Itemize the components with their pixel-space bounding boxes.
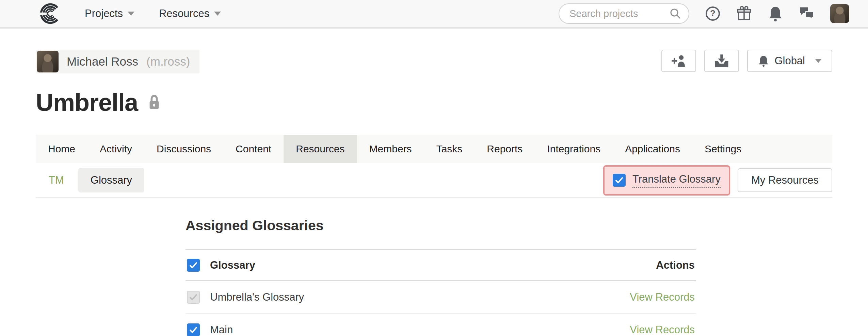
section-title: Assigned Glossaries: [186, 218, 696, 234]
table-row: Main View Records: [186, 314, 696, 336]
row-checkbox[interactable]: [187, 323, 200, 336]
tab-settings[interactable]: Settings: [692, 135, 754, 163]
page-title: Umbrella: [36, 88, 138, 116]
tab-tasks[interactable]: Tasks: [424, 135, 475, 163]
projects-menu-label: Projects: [85, 7, 123, 20]
tab-integrations[interactable]: Integrations: [535, 135, 613, 163]
table-row: Umbrella's Glossary View Records: [186, 281, 696, 314]
translate-glossary-label[interactable]: Translate Glossary: [632, 173, 721, 188]
translate-glossary-checkbox[interactable]: [613, 174, 626, 187]
resources-menu-label: Resources: [159, 7, 209, 20]
app-logo-icon[interactable]: [36, 3, 65, 24]
add-user-button[interactable]: [661, 50, 696, 72]
resources-menu[interactable]: Resources: [159, 7, 221, 20]
project-tabbar: Home Activity Discussions Content Resour…: [36, 135, 832, 163]
add-user-icon: [671, 53, 687, 68]
tab-discussions[interactable]: Discussions: [144, 135, 223, 163]
search-box[interactable]: [559, 3, 689, 24]
page-container: Michael Ross (m.ross): [0, 50, 868, 336]
view-records-link[interactable]: View Records: [630, 291, 695, 303]
select-all-checkbox[interactable]: [187, 259, 200, 272]
top-navbar: Projects Resources ?: [0, 0, 868, 29]
gift-icon[interactable]: [736, 6, 752, 21]
global-button-label: Global: [774, 55, 805, 67]
download-icon: [713, 53, 730, 68]
tab-applications[interactable]: Applications: [613, 135, 692, 163]
tab-resources[interactable]: Resources: [284, 135, 357, 163]
help-icon[interactable]: ?: [705, 6, 721, 21]
svg-text:?: ?: [710, 8, 716, 18]
title-row: Umbrella: [36, 88, 832, 116]
bell-icon: [758, 55, 769, 67]
subnav-right: Translate Glossary My Resources: [603, 165, 832, 196]
my-resources-button[interactable]: My Resources: [738, 168, 832, 192]
translate-glossary-highlight: Translate Glossary: [603, 165, 730, 196]
header-action-buttons: Global: [661, 50, 832, 72]
owner-name: Michael Ross: [67, 55, 138, 68]
column-header-actions: Actions: [656, 259, 695, 271]
glossary-name: Main: [210, 324, 233, 336]
subtab-tm[interactable]: TM: [49, 174, 64, 186]
chevron-down-icon: [128, 12, 134, 16]
chevron-down-icon: [815, 59, 821, 63]
search-input[interactable]: [569, 8, 670, 20]
tab-home[interactable]: Home: [36, 135, 87, 163]
download-button[interactable]: [704, 50, 739, 72]
resources-subnav: TM Glossary Translate Glossary My Resour…: [36, 163, 832, 198]
chevron-down-icon: [214, 12, 221, 16]
tab-members[interactable]: Members: [357, 135, 424, 163]
global-notifications-button[interactable]: Global: [747, 50, 832, 72]
user-avatar[interactable]: [830, 4, 849, 23]
tab-activity[interactable]: Activity: [87, 135, 144, 163]
glossaries-table: Glossary Actions Umbrella's Glossary Vie…: [186, 249, 696, 336]
search-icon[interactable]: [670, 8, 681, 19]
notifications-icon[interactable]: [768, 6, 783, 21]
row-checkbox-disabled[interactable]: [187, 291, 200, 304]
tab-content[interactable]: Content: [223, 135, 284, 163]
owner-avatar: [37, 51, 59, 72]
navbar-right: ?: [559, 3, 849, 24]
main-content: Assigned Glossaries Glossary Actions Umb…: [186, 218, 696, 336]
subtab-glossary[interactable]: Glossary: [78, 168, 144, 192]
projects-menu[interactable]: Projects: [85, 7, 134, 20]
tab-reports[interactable]: Reports: [475, 135, 535, 163]
view-records-link[interactable]: View Records: [630, 324, 695, 336]
page-header-row: Michael Ross (m.ross): [36, 50, 832, 73]
owner-username: (m.ross): [146, 55, 190, 68]
column-header-glossary: Glossary: [210, 259, 255, 271]
glossary-name: Umbrella's Glossary: [210, 291, 304, 303]
lock-icon: [147, 95, 161, 110]
messages-icon[interactable]: [799, 6, 815, 21]
owner-chip[interactable]: Michael Ross (m.ross): [36, 50, 199, 73]
table-header-row: Glossary Actions: [186, 249, 696, 281]
